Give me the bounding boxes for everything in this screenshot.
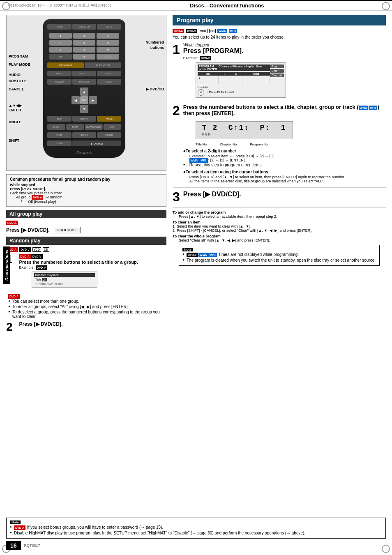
label-program: PROGRAM — [9, 54, 28, 58]
label-playmode: PLAY MODE — [9, 62, 30, 67]
press-playmode: Press [PLAY MODE]. — [10, 187, 163, 191]
to-add-section: To add or change the program Press [▲, ▼… — [173, 210, 386, 219]
program-step2-content: Press the numbered buttons to select a t… — [183, 104, 386, 183]
remote-btn-ext[interactable]: ≥10 — [49, 54, 72, 60]
dvd-a-badge-section: DVD-A You can select more than one group… — [6, 293, 166, 318]
corner-mark-tl — [2, 2, 10, 10]
prog-btn-clearall[interactable]: Clear all — [270, 74, 284, 77]
remote-btn-3[interactable]: 3 — [97, 33, 119, 39]
all-group-instruction: Press [▶ DVD/CD]. — [6, 227, 50, 233]
remote-btn-shift[interactable]: SHIFT — [47, 132, 71, 138]
footer-note-label: Note — [10, 520, 21, 524]
all-group-badge: DVD-A — [6, 220, 166, 225]
remote-btn-4[interactable]: 4 — [49, 40, 72, 46]
remote-btn-subtitle[interactable]: SUBTITLE — [72, 71, 97, 76]
program-col-t: T — [219, 72, 230, 76]
page-number-area: 16 RQT6817 — [6, 541, 40, 550]
label-angle: ANGLE — [9, 120, 22, 124]
off-flow: └──Off (Normal play) ← — [10, 200, 163, 204]
label-cancel: CANCEL — [9, 87, 24, 91]
prog-btn-enter[interactable]: Enter — [270, 69, 284, 73]
remote-btn-extra[interactable]: EXT — [104, 124, 122, 130]
track-label-program: Program No. — [250, 143, 268, 146]
corner-mark-br — [382, 545, 390, 553]
remote-btn-cancel[interactable]: CANCEL — [97, 54, 119, 60]
program-enter-circle: ↵ — [198, 89, 204, 96]
random-step2-text: Press [▶ DVD/CD]. — [19, 321, 63, 327]
random-display-note: ☞ Press PLAY to start — [34, 282, 95, 286]
program-step1-condition: While stopped — [183, 43, 286, 47]
random-step2-num: 2 — [6, 321, 13, 333]
btn-arrow-right[interactable]: ▶ — [89, 96, 97, 104]
main-content: TV PWR DISC STOP AUTO 1 2 3 4 5 6 7 — [0, 11, 392, 341]
program-col-time: Time — [242, 72, 270, 76]
random-step1-text: Press the numbered buttons to select a t… — [19, 260, 138, 265]
program-step1-title: Press [PROGRAM]. — [183, 47, 286, 55]
remote-btn-disc: DISC STOP — [72, 24, 97, 30]
remote-btn-search[interactable]: SLOWSEARCH — [85, 124, 103, 130]
program-col-c: C — [230, 72, 242, 76]
prog-btn-play[interactable]: Play — [270, 64, 284, 68]
remote-control: TV PWR DISC STOP AUTO 1 2 3 4 5 6 7 — [43, 19, 125, 158]
btn-arrow-up[interactable]: ▲ — [80, 88, 88, 96]
remote-btn-9[interactable]: 9 — [97, 47, 119, 53]
remote-btn-dvdplay[interactable]: ▶ DVD/CD — [72, 140, 121, 146]
btn-enter[interactable]: ENT — [80, 96, 88, 104]
select-2digit-text: Example: To select item 25, press [≥10] … — [183, 154, 386, 158]
cursor-all-note: All the items in the selected disc, titl… — [183, 179, 386, 183]
label-audio: AUDIO — [9, 73, 21, 77]
random-step1-example: Example: DVD-V — [19, 265, 138, 270]
program-step1-example: Example: DVD-V — [183, 56, 286, 60]
program-step3-content: Press [▶ DVD/CD]. — [183, 190, 241, 198]
footer-note-2: Disable HighMAT disc play to use program… — [10, 531, 382, 535]
btn-arrow-left[interactable]: ◀ — [71, 96, 80, 104]
remote-btn-angle[interactable]: ANGLE — [97, 116, 121, 122]
group-all-btn: GROUP ALL — [54, 227, 81, 233]
program-side-buttons: Play Enter Clear all — [270, 64, 284, 77]
remote-btn-clear[interactable]: CLEAR — [47, 140, 71, 146]
program-play-intro: You can select up to 24 items to play in… — [173, 35, 386, 39]
remote-btn-group2[interactable]: GROUP — [97, 79, 121, 85]
repeat-note: Repeat this step to program other items. — [183, 163, 386, 167]
remote-btn-cinema[interactable]: CINEMA — [97, 132, 121, 138]
to-clear-whole-section: To clear the whole program Select "Clear… — [173, 234, 386, 242]
remote-btn-skip[interactable]: SKIP — [47, 116, 71, 122]
remote-btn-slow[interactable]: SLOW — [47, 124, 65, 130]
program-step1-content: While stopped Press [PROGRAM]. Example: … — [183, 43, 286, 100]
remote-btn-playmode[interactable]: PLAY MODE — [85, 62, 121, 68]
header-meta: 6817b-p04-25.fm 16ページ 2003年7月4日 金曜日 午後6時… — [8, 3, 111, 8]
remote-btn-1[interactable]: 1 — [49, 33, 72, 39]
random-play-header: Random play — [6, 237, 166, 245]
remote-btn-display[interactable]: DISPLAY — [72, 116, 97, 122]
program-row-1: 1 — [198, 76, 219, 80]
remote-btn-audio[interactable]: AUDIO — [47, 71, 71, 76]
label-shift: SHIFT — [9, 138, 19, 143]
remote-btn-program[interactable]: PROGRAM — [47, 62, 84, 68]
remote-btn-zoom[interactable]: ZOOM — [66, 124, 84, 130]
btn-arrow-down[interactable]: ▼ — [80, 105, 88, 113]
random-play-section: Random play DVD-A DVD-V VCD CD 1 DVD-ADV… — [6, 237, 166, 332]
program-play-badges: DVD-A DVD-V VCD CD WMA MP3 — [173, 28, 386, 33]
track-display: T 2 C↑1↕ P: 1 PGM — [196, 121, 293, 139]
remote-btn-group[interactable]: GROUP — [97, 71, 121, 76]
program-display-header: PROGRAM Choose a title and chapter, then… — [198, 64, 270, 71]
random-display-row: Title 2↑ — [34, 277, 95, 282]
remote-btn-7[interactable]: 7 — [49, 47, 72, 53]
program-step1: 1 While stopped Press [PROGRAM]. Example… — [173, 43, 386, 100]
remote-btn-5[interactable]: 5 — [73, 40, 96, 46]
remote-btn-memory[interactable]: MEMORY — [47, 79, 71, 85]
vertical-tab: Disc operations — [3, 246, 10, 284]
remote-btn-tv: TV PWR — [47, 24, 71, 30]
remote-btn-sound[interactable]: SOUND — [72, 132, 97, 138]
remote-btn-6[interactable]: 6 — [97, 40, 119, 46]
random-display: Random Playback Title 2↑ ☞ Press PLAY to… — [32, 272, 97, 288]
remote-btn-2[interactable]: 2 — [73, 33, 96, 39]
remote-btn-8[interactable]: 8 — [73, 47, 96, 53]
remote-btn-playlist[interactable]: PLAY LIST — [72, 79, 97, 85]
to-add-header: To add or change the program — [173, 210, 386, 214]
note-deselect: To deselect a group, press the numbered … — [8, 310, 166, 319]
remote-btn-0[interactable]: 0 — [73, 54, 96, 60]
common-procedures-box: Common procedures for all group and rand… — [6, 174, 166, 207]
program-step3-num: 3 — [173, 190, 180, 203]
label-enter: ▲▼◀▶ENTER — [9, 104, 22, 113]
